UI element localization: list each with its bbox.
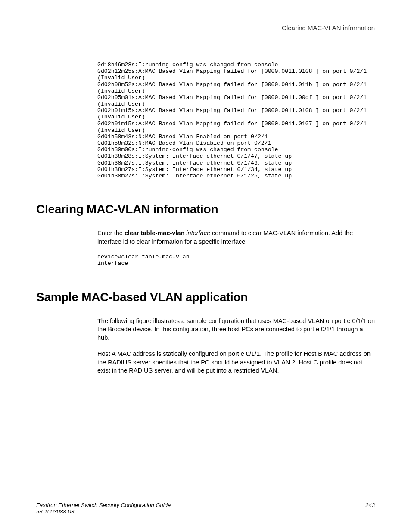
command-bold: clear table-mac-vlan — [125, 230, 184, 236]
section2-paragraph1: The following figure illustrates a sampl… — [97, 317, 375, 342]
code-block-clear: device#clear table-mac-vlan interface — [97, 254, 375, 267]
command-param-italic: interface — [184, 230, 210, 236]
footer-title: FastIron Ethernet Switch Security Config… — [36, 502, 171, 508]
page-footer: FastIron Ethernet Switch Security Config… — [36, 502, 375, 515]
section-heading-clearing: Clearing MAC-VLAN information — [36, 202, 375, 216]
section2-paragraph2: Host A MAC address is statically configu… — [97, 350, 375, 375]
footer-docid: 53-1003088-03 — [36, 508, 375, 515]
page-header-right: Clearing MAC-VLAN information — [36, 24, 375, 31]
section-heading-sample: Sample MAC-based VLAN application — [36, 290, 375, 304]
footer-page-number: 243 — [365, 502, 375, 508]
section1-paragraph1: Enter the clear table-mac-vlan interface… — [97, 229, 375, 246]
text-prefix: Enter the — [97, 230, 125, 236]
log-output-block: 0d18h46m28s:I:running-config was changed… — [97, 62, 375, 179]
